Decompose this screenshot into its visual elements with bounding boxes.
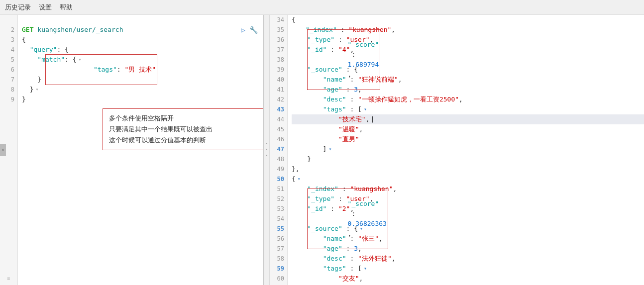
collapse-59[interactable]: ▾ bbox=[364, 264, 367, 274]
right-line-54: "_score" : 0.36826363 , bbox=[292, 214, 644, 224]
right-line-55: "_source" : { ▾ bbox=[292, 224, 644, 234]
tooltip-box: 多个条件使用空格隔开 只要满足其中一个结果既可以被查出 这个时候可以通过分值基本… bbox=[103, 108, 263, 150]
right-line-56: "name" : "张三" , bbox=[292, 234, 644, 244]
right-code-content: { "_index" : "kuangshen" , "_type" : "us… bbox=[288, 15, 644, 285]
right-line-numbers: 34 35 36 37 38 39 40 41 42 43 44 45 46 4… bbox=[270, 15, 288, 285]
right-line-58: "desc" : "法外狂徒" , bbox=[292, 254, 644, 264]
run-icon[interactable]: ▷ bbox=[241, 25, 245, 35]
menu-help[interactable]: 帮助 bbox=[60, 3, 73, 12]
wrench-icon[interactable]: 🔧 bbox=[249, 25, 258, 35]
right-line-57: "age" : 3 , bbox=[292, 244, 644, 254]
right-line-59: "tags" : [ ▾ bbox=[292, 264, 644, 274]
right-line-39: "_source" : { bbox=[292, 65, 644, 75]
collapse-8[interactable]: ▾ bbox=[35, 85, 38, 95]
right-line-47: ] ▾ bbox=[292, 144, 644, 154]
collapse-50[interactable]: ▾ bbox=[298, 174, 301, 184]
right-line-45: "温暖" , bbox=[292, 124, 644, 134]
right-line-38: "_score" : 1.689794 , bbox=[292, 55, 644, 65]
right-line-34: { bbox=[292, 15, 644, 25]
collapse-55[interactable]: ▾ bbox=[360, 224, 363, 234]
code-line-6: "tags": "男 技术" bbox=[22, 65, 263, 75]
tooltip-line-2: 只要满足其中一个结果既可以被查出 bbox=[109, 124, 263, 135]
left-code-content: ▷ 🔧 GET kuangshen/user/_search { "query"… bbox=[18, 15, 263, 285]
left-panel: 2 3 4 5 6 7 8 9 ▷ 🔧 GET kua bbox=[0, 15, 264, 285]
code-line-9: } bbox=[22, 95, 263, 104]
bottom-marker: ≡ bbox=[7, 276, 10, 281]
menu-history[interactable]: 历史记录 bbox=[5, 3, 31, 12]
left-edge-close[interactable]: × bbox=[0, 144, 6, 156]
url-path: kuangshen/user/_search bbox=[37, 25, 123, 35]
left-code-area: 2 3 4 5 6 7 8 9 ▷ 🔧 GET kua bbox=[0, 15, 263, 285]
tooltip-line-3: 这个时候可以通过分值基本的判断 bbox=[109, 135, 263, 146]
right-line-40: "name" : "狂神说前端" , bbox=[292, 75, 644, 85]
right-line-42: "desc" : "一顿操作猛如虎，一看工资2500" , bbox=[292, 95, 644, 104]
right-line-44: "技术宅" , | bbox=[292, 114, 644, 124]
code-line-2: GET kuangshen/user/_search bbox=[22, 25, 263, 35]
code-line-3: { bbox=[22, 35, 263, 45]
right-line-48: } bbox=[292, 154, 644, 164]
method-get: GET bbox=[22, 25, 37, 35]
right-line-50: { ▾ bbox=[292, 174, 644, 184]
brace-open: { bbox=[22, 35, 26, 45]
menu-settings[interactable]: 设置 bbox=[39, 3, 52, 12]
right-line-46: "直男" bbox=[292, 134, 644, 144]
tags-field-highlight: "tags": "男 技术" bbox=[45, 54, 157, 85]
toolbar-icons: ▷ 🔧 bbox=[241, 25, 258, 35]
right-line-49: }, bbox=[292, 164, 644, 174]
panel-divider: • • • bbox=[264, 15, 270, 285]
code-line-8: } ▾ bbox=[22, 85, 263, 95]
menubar: 历史记录 设置 帮助 bbox=[0, 0, 644, 15]
right-line-60: "交友" , bbox=[292, 274, 644, 284]
right-line-43: "tags" : [ ▾ bbox=[292, 104, 644, 114]
main-container: 2 3 4 5 6 7 8 9 ▷ 🔧 GET kua bbox=[0, 15, 644, 285]
code-line-4: "query": { bbox=[22, 45, 263, 55]
right-panel: 34 35 36 37 38 39 40 41 42 43 44 45 46 4… bbox=[270, 15, 644, 285]
collapse-47[interactable]: ▾ bbox=[328, 144, 331, 154]
tooltip-line-1: 多个条件使用空格隔开 bbox=[109, 113, 263, 124]
right-line-41: "age" : 3 , bbox=[292, 85, 644, 95]
collapse-43[interactable]: ▾ bbox=[364, 104, 367, 114]
